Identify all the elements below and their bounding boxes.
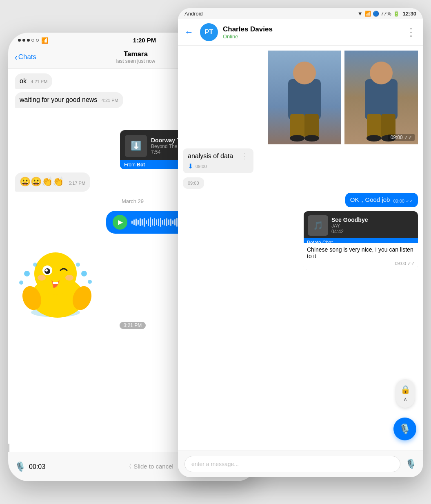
duck-sticker-svg (15, 237, 96, 318)
android-mic-fab[interactable]: 🎙️ (393, 418, 416, 440)
ios-mic-icon[interactable]: 🎙️ (15, 462, 26, 472)
android-nav-info: Charles Davies Online (223, 25, 401, 40)
ok-good-job-row: OK，Good job 09:00 ✓✓ (183, 193, 418, 207)
back-chevron-icon: ‹ (15, 53, 18, 62)
signal-dot-1 (18, 39, 21, 42)
android-music-info: See Goodbye JAY 04:42 (331, 217, 368, 234)
analysis-text: analysis of data (188, 153, 233, 160)
back-label[interactable]: Chats (18, 53, 36, 61)
signal-dot-3 (27, 39, 30, 42)
analysis-time: 09:00 (196, 164, 207, 169)
android-nav-bar: ← PT Charles Davies Online ⋮ (178, 19, 423, 46)
android-contact-name: Charles Davies (223, 25, 401, 33)
bubble-received: ok 4:21 PM (15, 73, 52, 89)
up-chevron-icon: ∧ (403, 396, 407, 402)
android-music-row: 🎵 See Goodbye JAY 04:42 Potato Chat Chin… (183, 211, 418, 270)
android-music-card[interactable]: 🎵 See Goodbye JAY 04:42 Potato Chat Chin… (304, 211, 418, 270)
lock-scroll-container[interactable]: 🔒 ∧ (396, 379, 415, 408)
download-row-2: ⬇ 09:00 (188, 162, 249, 170)
svg-point-10 (19, 281, 23, 285)
plain-time: 09:00 (188, 181, 199, 186)
date-label: March 29 (122, 198, 144, 204)
analysis-bubble: analysis of data ⋮ ⬇ 09:00 (183, 148, 253, 173)
svg-point-16 (65, 275, 73, 281)
music-thumb: ⬇️ (125, 135, 147, 157)
android-status-bar: Android ▼ 📶 🔵 77% 🔋 12:30 (178, 8, 423, 19)
android-chat-area: ✕ (178, 46, 423, 447)
android-music-inner: 🎵 See Goodbye JAY 04:42 (308, 215, 414, 236)
svg-point-13 (88, 280, 92, 284)
photos-row: ✕ (183, 51, 418, 144)
msg-text: ok (20, 77, 27, 84)
svg-point-11 (33, 263, 37, 267)
ios-status-left: 📶 (18, 37, 48, 44)
android-music-caption-block: Chinese song is very nice, I you can lis… (304, 243, 418, 270)
photo-2[interactable]: ✕ 09 (344, 51, 418, 144)
download-row: analysis of data ⋮ (188, 152, 249, 161)
duck-sticker-container (15, 237, 96, 320)
ios-nav-center: Tamara last seen just now (116, 50, 155, 64)
wifi-icon: 📶 (41, 37, 48, 44)
download-icon[interactable]: ⬇ (188, 162, 193, 170)
android-mic-icon: 🎙️ (399, 423, 411, 435)
ok-text: OK，Good job (350, 196, 390, 204)
svg-point-19 (293, 62, 316, 84)
battery-percent: 77% (381, 11, 391, 17)
svg-point-9 (24, 271, 30, 276)
android-time: 12:30 (403, 11, 416, 17)
ok-bubble-sent: OK，Good job 09:00 ✓✓ (345, 193, 418, 207)
android-music-caption: Chinese song is very nice, I you can lis… (307, 246, 413, 259)
msg-time: 4:21 PM (31, 79, 47, 84)
svg-rect-20 (290, 114, 304, 138)
svg-point-2 (34, 252, 77, 295)
bubble-received: 😀😀👏👏 5:17 PM (15, 172, 90, 192)
android-music-artist: JAY (331, 223, 368, 229)
ios-contact-name: Tamara (116, 50, 155, 58)
ios-time: 1:20 PM (133, 37, 156, 44)
android-music-from: Potato Chat (307, 240, 333, 245)
android-avatar[interactable]: PT (200, 23, 218, 41)
photo-svg-1 (268, 51, 341, 144)
more-icon[interactable]: ⋮ (241, 152, 249, 161)
sticker-time: 3:21 PM (120, 322, 146, 329)
plain-time-row: 09:00 (183, 177, 418, 189)
signal-dot-4 (31, 39, 34, 42)
svg-point-26 (370, 62, 393, 84)
svg-point-22 (290, 135, 304, 141)
photo-time: 09:00 ✓✓ (388, 134, 415, 141)
play-icon: ▶ (118, 218, 123, 226)
plain-bubble: 09:00 (183, 177, 204, 189)
signal-dot-2 (22, 39, 25, 42)
android-label: Android (184, 11, 203, 17)
android-status-icons: ▼ 📶 🔵 77% 🔋 12:30 (358, 11, 416, 17)
lock-icon: 🔒 (400, 385, 411, 394)
android-input-field[interactable]: enter a message... (184, 456, 400, 472)
battery-icon: 🔋 (393, 11, 400, 17)
photo-1[interactable]: ✕ (268, 51, 341, 144)
analysis-row: analysis of data ⋮ ⬇ 09:00 (183, 148, 418, 173)
bubble-received: waiting for your good news 4:21 PM (15, 92, 123, 108)
svg-rect-21 (304, 114, 319, 138)
voice-play-button[interactable]: ▶ (113, 215, 127, 230)
svg-point-23 (304, 135, 319, 141)
photo-svg-2 (344, 51, 418, 144)
signal-dot-5 (36, 39, 39, 42)
svg-point-15 (38, 275, 46, 281)
music-from-label: From Bot (124, 162, 145, 168)
svg-point-29 (367, 135, 381, 141)
android-music-time: 09:00 ✓✓ (395, 261, 415, 266)
msg-time: 5:17 PM (69, 181, 85, 186)
wifi-signal-icon: ▼ (358, 11, 363, 17)
ios-back-button[interactable]: ‹ Chats (15, 53, 36, 62)
ios-contact-status: last seen just now (116, 58, 155, 64)
ok-bubble-content: OK，Good job 09:00 ✓✓ (350, 196, 413, 204)
android-more-icon[interactable]: ⋮ (406, 26, 416, 39)
signal-bars-icon: 📶 (364, 11, 371, 17)
android-music-time-row: 09:00 ✓✓ (307, 261, 415, 266)
android-mic-button[interactable]: 🎙️ (405, 459, 416, 469)
ios-recording-time: 00:03 (29, 463, 45, 471)
svg-rect-6 (53, 282, 58, 284)
svg-point-14 (76, 263, 80, 267)
bluetooth-icon: 🔵 (373, 11, 379, 17)
android-back-icon[interactable]: ← (184, 27, 193, 38)
